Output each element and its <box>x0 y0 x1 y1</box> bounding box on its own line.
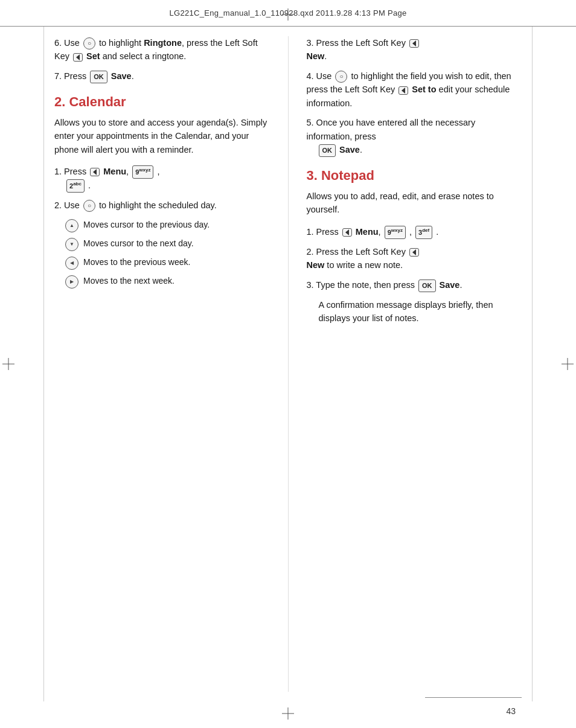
rcal5-ok-wrap: OK Save. <box>318 145 362 155</box>
notepad-step-3: 3. Type the note, then press OK Save. <box>307 278 522 292</box>
section-2-title: Calendar <box>69 94 126 109</box>
right-cal-step-4: 4. Use ○ to highlight the field you wish… <box>307 69 522 110</box>
section-3-heading: 3. Notepad <box>307 168 522 184</box>
rcal5-text: 5. Once you have entered all the necessa… <box>307 118 476 141</box>
left-column: 6. Use ○ to highlight Ringtone, press th… <box>54 36 288 692</box>
step-7-text: Save. <box>111 71 134 81</box>
right-column: 3. Press the Left Soft Key New. 4. Use ○… <box>288 36 522 692</box>
step-6-set: Set <box>86 51 100 61</box>
page-number: 43 <box>506 706 516 716</box>
nav-up-icon <box>65 219 78 232</box>
note2-new: New to write a new note. <box>307 260 403 270</box>
cal-step2-text: 2. Use <box>54 200 82 210</box>
key-9wxyz: 9wxyz <box>132 165 153 179</box>
right-cal-step-5: 5. Once you have entered all the necessa… <box>307 116 522 157</box>
nav-right-icon <box>65 275 78 289</box>
soft-key-arrow-note2 <box>412 249 416 255</box>
note1-comma: , <box>409 227 414 237</box>
note2-text: 2. Press the Left Soft Key <box>307 247 408 257</box>
nav-key-icon: ○ <box>83 37 95 49</box>
sub-item-down: Moves cursor to the next day. <box>65 237 270 251</box>
key-2abc: 2abc <box>66 179 85 193</box>
rcal3-new: New. <box>307 51 327 61</box>
cal-step1-period: . <box>88 180 91 190</box>
left-soft-key-cal1 <box>90 168 100 176</box>
sub-item-up-text: Moves cursor to the previous day. <box>83 219 270 231</box>
sub-item-left: Moves to the previous week. <box>65 256 270 270</box>
margin-line-right <box>532 27 533 701</box>
rcal5-save: Save. <box>339 145 362 155</box>
note1-menu: Menu, <box>356 227 383 237</box>
calendar-step-2: 2. Use ○ to highlight the scheduled day. <box>54 199 270 212</box>
note1-period: . <box>436 227 438 237</box>
ok-key-note3: OK <box>418 279 436 292</box>
section-2-intro: Allows you to store and access your agen… <box>54 116 270 156</box>
right-cal-step-3: 3. Press the Left Soft Key New. <box>307 36 522 63</box>
nav-left-icon <box>65 257 78 270</box>
sub-item-up: Moves cursor to the previous day. <box>65 219 270 232</box>
section-3-intro: Allows you to add, read, edit, and erase… <box>307 190 522 217</box>
key-9wxyz-note: 9wxyz <box>385 226 406 239</box>
sub-item-right: Moves to the next week. <box>65 275 270 289</box>
calendar-step-1: 1. Press Menu, 9wxyz , 2abc . <box>54 165 270 193</box>
left-soft-key-rcal3 <box>409 39 419 48</box>
step-6-text2: and select a ringtone. <box>103 51 187 61</box>
note3-text: 3. Type the note, then press <box>307 280 418 290</box>
page-container: LG221C_Eng_manual_1.0_110928.qxd 2011.9.… <box>0 0 576 728</box>
notepad-step-2: 2. Press the Left Soft Key New to write … <box>307 245 522 272</box>
step-7: 7. Press OK Save. <box>54 69 270 83</box>
key-3def: 3def <box>415 226 432 239</box>
nav-key-cal2: ○ <box>83 200 95 212</box>
notepad-step-1: 1. Press Menu, 9wxyz , 3def . <box>307 225 522 239</box>
cal-step2-text2: to highlight the scheduled day. <box>99 200 217 210</box>
step-6-number: 6. Use <box>54 38 82 48</box>
section-2-heading: 2. Calendar <box>54 94 270 110</box>
note1-text: 1. Press <box>307 227 341 237</box>
soft-key-arrow-cal1 <box>93 169 97 175</box>
content-area: 6. Use ○ to highlight Ringtone, press th… <box>54 36 522 692</box>
left-soft-key-note1 <box>342 228 352 237</box>
note3-save: Save. <box>440 280 462 290</box>
confirmation-note: A confirmation message displays briefly,… <box>319 298 522 325</box>
sub-item-down-text: Moves cursor to the next day. <box>83 237 270 250</box>
sub-item-left-text: Moves to the previous week. <box>83 256 270 269</box>
cal-step1-indent: 2abc . <box>65 180 91 190</box>
left-soft-key-icon <box>73 53 83 62</box>
rcal3-text: 3. Press the Left Soft Key <box>307 38 408 48</box>
step-6: 6. Use ○ to highlight Ringtone, press th… <box>54 36 270 63</box>
cal-step1-comma: , <box>157 167 159 176</box>
separator-line <box>425 697 522 698</box>
cal-step1-text: 1. Press <box>54 167 89 176</box>
soft-key-arrow-rcal4 <box>402 88 405 94</box>
left-soft-key-note2 <box>409 248 419 257</box>
step-7-number: 7. Press <box>54 71 89 81</box>
soft-key-arrow-note1 <box>345 229 349 235</box>
ok-key-icon-step7: OK <box>90 71 107 83</box>
rcal4-text: 4. Use <box>307 71 334 81</box>
section-3-title: Notepad <box>321 168 374 183</box>
sub-item-right-text: Moves to the next week. <box>83 275 270 287</box>
nav-down-icon <box>65 238 78 251</box>
ok-key-rcal5: OK <box>319 144 336 157</box>
soft-key-arrow <box>76 54 80 60</box>
left-soft-key-rcal4 <box>398 86 408 95</box>
cal-step1-menu: Menu, <box>103 167 131 176</box>
soft-key-arrow-rcal3 <box>412 40 416 46</box>
section-2-number: 2. <box>54 94 69 109</box>
margin-line-left <box>43 27 44 701</box>
confirmation-text: A confirmation message displays briefly,… <box>319 300 493 323</box>
nav-key-rcal4: ○ <box>335 71 347 83</box>
section-3-number: 3. <box>307 168 321 183</box>
